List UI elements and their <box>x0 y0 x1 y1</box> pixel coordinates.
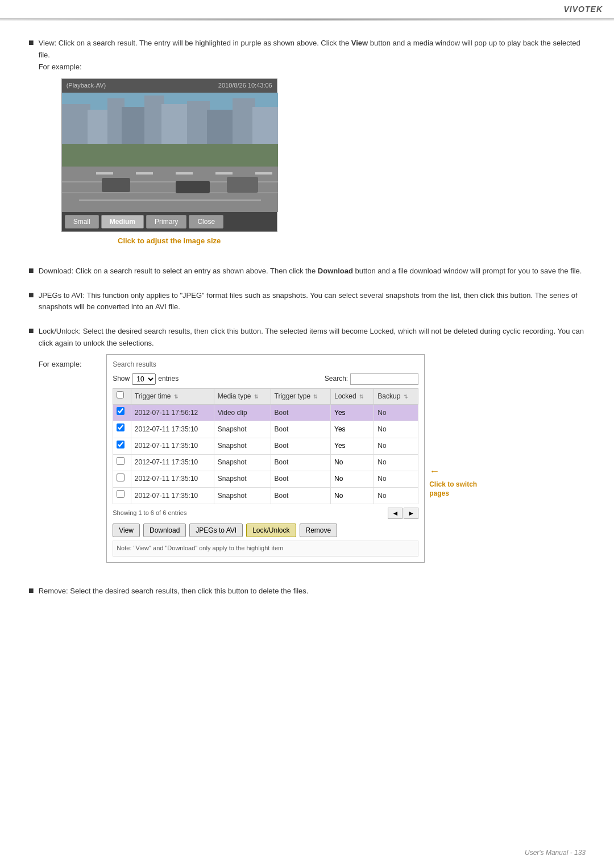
svg-rect-22 <box>227 177 258 193</box>
bullet-view-text: View: Click on a search result. The entr… <box>39 38 586 253</box>
playback-title-left: (Playback-AV) <box>67 81 106 91</box>
view-button[interactable]: View <box>113 524 140 537</box>
playback-small-btn[interactable]: Small <box>65 215 99 229</box>
bullet-dot-download: ■ <box>28 265 34 276</box>
search-label: Search: <box>325 373 348 384</box>
cell-backup: No <box>374 405 418 421</box>
col-locked[interactable]: Locked ⇅ <box>331 388 374 404</box>
cell-trigger-time: 2012-07-11 17:56:12 <box>131 405 214 421</box>
cell-trigger-type: Boot <box>271 471 330 487</box>
bullet-jpegs: ■ JPEGs to AVI: This function only appli… <box>28 290 586 314</box>
svg-rect-7 <box>187 101 210 149</box>
sr-controls: Show 10 25 50 entries Search: <box>113 373 418 385</box>
sr-pagination: ◄ ► <box>388 508 418 519</box>
download-bold: Download <box>318 267 353 275</box>
cell-backup: No <box>374 454 418 471</box>
playback-medium-btn[interactable]: Medium <box>101 215 144 229</box>
playback-primary-btn[interactable]: Primary <box>146 215 186 229</box>
page-footer: User's Manual - 133 <box>525 849 586 857</box>
cell-locked: No <box>331 454 374 471</box>
sr-showing-text: Showing 1 to 6 of 6 entries <box>113 508 186 518</box>
cell-trigger-type: Boot <box>271 488 330 504</box>
cell-trigger-time: 2012-07-11 17:35:10 <box>131 488 214 504</box>
select-all-checkbox[interactable] <box>117 391 124 398</box>
lock-text: Lock/Unlock: Select the desired search r… <box>39 327 584 347</box>
table-row: 2012-07-11 17:35:10SnapshotBootNoNo <box>113 488 418 504</box>
bullet-jpegs-text: JPEGs to AVI: This function only applies… <box>39 290 586 314</box>
download-suffix: button and a file download window will p… <box>353 267 582 275</box>
view-prefix: View: Click on a search result. The entr… <box>39 39 351 47</box>
bullet-lock: ■ Lock/Unlock: Select the desired search… <box>28 326 586 568</box>
cell-locked: No <box>331 488 374 504</box>
cell-locked: Yes <box>331 405 374 421</box>
cell-media-type: Snapshot <box>214 438 271 454</box>
jpegs-to-avi-button[interactable]: JPEGs to AVI <box>189 524 243 537</box>
table-row: 2012-07-11 17:56:12Video clipBootYesNo <box>113 405 418 421</box>
cell-locked: Yes <box>331 438 374 454</box>
playback-buttons-row: Small Medium Primary Close <box>62 212 277 231</box>
col-media-type[interactable]: Media type ⇅ <box>214 388 271 404</box>
col-trigger-type[interactable]: Trigger type ⇅ <box>271 388 330 404</box>
entries-label: entries <box>158 373 179 384</box>
svg-rect-9 <box>233 98 255 149</box>
svg-rect-1 <box>62 104 90 149</box>
bullet-download: ■ Download: Click on a search result to … <box>28 265 586 277</box>
row-checkbox-2[interactable] <box>117 441 125 448</box>
bullet-download-text: Download: Click on a search result to se… <box>39 265 582 277</box>
cell-trigger-time: 2012-07-11 17:35:10 <box>131 454 214 471</box>
cell-media-type: Video clip <box>214 405 271 421</box>
svg-rect-5 <box>144 95 164 149</box>
bullet-view: ■ View: Click on a search result. The en… <box>28 38 586 253</box>
cell-backup: No <box>374 421 418 438</box>
row-checkbox-3[interactable] <box>117 457 125 465</box>
search-results-table: Trigger time ⇅ Media type ⇅ Trigger type… <box>113 388 418 504</box>
download-button[interactable]: Download <box>143 524 186 537</box>
svg-rect-21 <box>176 181 210 193</box>
bullet-remove: ■ Remove: Select the desired search resu… <box>28 585 586 597</box>
row-checkbox-1[interactable] <box>117 423 125 431</box>
cell-backup: No <box>374 471 418 487</box>
playback-image-area <box>62 93 278 212</box>
row-checkbox-5[interactable] <box>117 490 125 498</box>
cell-backup: No <box>374 488 418 504</box>
cell-media-type: Snapshot <box>214 488 271 504</box>
show-select[interactable]: 10 25 50 <box>132 373 156 385</box>
playback-scene-svg <box>62 93 278 212</box>
lock-unlock-button[interactable]: Lock/Unlock <box>246 524 296 537</box>
cell-media-type: Snapshot <box>214 421 271 438</box>
pagination-next[interactable]: ► <box>404 508 418 519</box>
svg-rect-4 <box>122 107 147 149</box>
brand-logo: VIVOTEK <box>564 5 603 14</box>
svg-rect-2 <box>88 110 110 149</box>
click-adjust-text: Click to adjust the image size <box>61 235 277 247</box>
cell-locked: Yes <box>331 421 374 438</box>
playback-close-btn[interactable]: Close <box>189 215 223 229</box>
svg-rect-20 <box>102 178 130 192</box>
row-checkbox-4[interactable] <box>117 474 125 481</box>
bullet-remove-text: Remove: Select the desired search result… <box>39 585 309 597</box>
svg-rect-16 <box>136 172 153 175</box>
search-results-section: Search results Show 10 25 50 entries <box>84 350 477 568</box>
show-label: Show <box>113 373 130 384</box>
pagination-prev[interactable]: ◄ <box>388 508 403 519</box>
playback-title-right: 2010/8/26 10:43:06 <box>218 81 272 91</box>
cell-trigger-type: Boot <box>271 454 330 471</box>
table-row: 2012-07-11 17:35:10SnapshotBootYesNo <box>113 438 418 454</box>
cell-trigger-type: Boot <box>271 421 330 438</box>
lock-for-example: For example: <box>39 360 82 368</box>
svg-rect-8 <box>207 110 235 149</box>
col-checkbox <box>113 388 131 404</box>
bullet-lock-text: Lock/Unlock: Select the desired search r… <box>39 326 586 568</box>
remove-button[interactable]: Remove <box>300 524 338 537</box>
cell-trigger-time: 2012-07-11 17:35:10 <box>131 421 214 438</box>
search-input[interactable] <box>350 373 418 385</box>
col-backup[interactable]: Backup ⇅ <box>374 388 418 404</box>
sr-footer: Showing 1 to 6 of 6 entries ◄ ► <box>113 508 418 519</box>
sr-note: Note: "View" and "Download" only apply t… <box>113 541 418 556</box>
click-switch-text: Click to switchpages <box>429 480 477 499</box>
col-trigger-time[interactable]: Trigger time ⇅ <box>131 388 214 404</box>
bullet-dot-view: ■ <box>28 38 34 48</box>
click-switch-annotation: ← Click to switchpages <box>429 463 477 499</box>
sr-show-group: Show 10 25 50 entries <box>113 373 179 385</box>
row-checkbox-0[interactable] <box>117 407 125 415</box>
